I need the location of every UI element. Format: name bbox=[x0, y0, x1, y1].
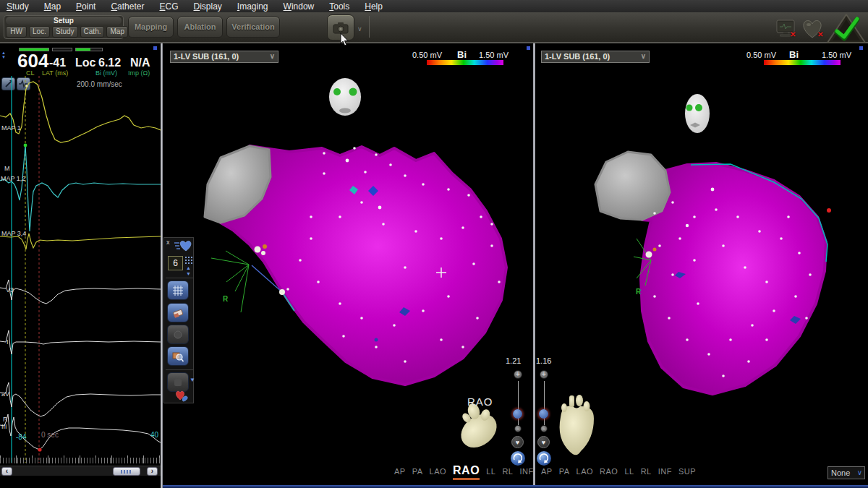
rotate-arrow-icon bbox=[537, 451, 551, 466]
visibility-selector[interactable]: None ∨ bbox=[827, 466, 865, 479]
projection-label: RAO bbox=[467, 395, 493, 408]
color-scale-bar-right[interactable] bbox=[764, 60, 841, 65]
menu-item-study[interactable]: Study bbox=[7, 1, 29, 12]
zoom-slider-track-right[interactable] bbox=[544, 381, 545, 429]
trace-label-iii: III bbox=[1, 423, 7, 430]
menu-item-tools[interactable]: Tools bbox=[329, 1, 349, 12]
menu-item-imaging[interactable]: Imaging bbox=[237, 1, 268, 12]
signal-spinner-control[interactable]: ▲▼ bbox=[1, 51, 6, 59]
camera-icon bbox=[333, 22, 349, 34]
chevron-down-icon: ∨ bbox=[857, 468, 862, 476]
orientation-button-lao[interactable]: LAO bbox=[430, 467, 447, 476]
map-3d-view-left[interactable]: R bbox=[163, 45, 533, 488]
zoom-slider-track-left[interactable] bbox=[518, 381, 519, 429]
lat-value: -41 bbox=[49, 56, 66, 69]
reset-view-button-left[interactable]: ♥ bbox=[511, 436, 524, 448]
menu-item-help[interactable]: Help bbox=[365, 1, 383, 12]
reference-label-right: R bbox=[636, 288, 642, 296]
menu-item-map[interactable]: Map bbox=[44, 1, 61, 12]
heart-projection-icon-right[interactable] bbox=[560, 395, 594, 455]
orientation-button-lao[interactable]: LAO bbox=[576, 467, 594, 476]
snapshot-dropdown-chevron-icon[interactable]: ∨ bbox=[357, 25, 362, 33]
orientation-button-ap[interactable]: AP bbox=[541, 467, 553, 476]
setup-button-study[interactable]: Study bbox=[52, 26, 78, 38]
map-tool-palette: x 6 ▲ ▼ bbox=[163, 237, 194, 403]
orientation-button-rao[interactable]: RAO bbox=[600, 467, 618, 476]
orientation-row-left: APPALAORAOLLRLINFSUP bbox=[394, 464, 558, 480]
setup-buttons: HWLoc.StudyCath.Map bbox=[6, 26, 128, 38]
heart-error-badge: ✕ bbox=[817, 30, 823, 38]
heart-projection-icon-left[interactable] bbox=[454, 402, 503, 454]
color-fill-icon[interactable] bbox=[174, 388, 189, 403]
orientation-button-inf[interactable]: INF bbox=[519, 467, 533, 476]
orientation-button-ll[interactable]: LL bbox=[486, 467, 495, 476]
reset-view-button-right[interactable]: ♥ bbox=[537, 436, 550, 448]
panel-corner-marker bbox=[153, 46, 157, 50]
scale-min-right: 0.50 mV bbox=[746, 51, 776, 59]
map-viewport-right: R 1-LV SUB (161, 0) ∨ 0.50 mV Bi 1.50 mV… bbox=[535, 45, 868, 488]
threshold-up-button[interactable]: ▲ bbox=[186, 265, 191, 270]
mode-buttons: MappingAblationVerification bbox=[128, 17, 280, 38]
rotate-view-button-right[interactable] bbox=[537, 451, 551, 466]
zoom-slider-handle-left[interactable] bbox=[513, 409, 522, 419]
orientation-button-ap[interactable]: AP bbox=[394, 467, 406, 476]
rotate-view-button-left[interactable] bbox=[511, 451, 525, 466]
scale-type-right: Bi bbox=[789, 49, 799, 60]
map-gray-region-right bbox=[595, 152, 670, 220]
menu-item-catheter[interactable]: Catheter bbox=[111, 1, 144, 12]
zoom-in-button-left[interactable]: + bbox=[514, 370, 522, 379]
orientation-button-rl[interactable]: RL bbox=[502, 467, 513, 476]
setup-button-hw[interactable]: HW bbox=[6, 26, 27, 38]
reference-label-left: R bbox=[223, 295, 229, 303]
menu-item-point[interactable]: Point bbox=[76, 1, 95, 12]
disabled-tool-button bbox=[167, 325, 189, 344]
map-selector-left[interactable]: 1-LV SUB (161, 0) ∨ bbox=[170, 51, 278, 63]
scroll-thumb[interactable] bbox=[113, 467, 140, 476]
eraser-tool-button[interactable] bbox=[167, 303, 189, 322]
setup-button-cath[interactable]: Cath. bbox=[80, 26, 105, 38]
status-icons: ✕ ✕ bbox=[773, 14, 867, 42]
menu-item-window[interactable]: Window bbox=[284, 1, 315, 12]
orientation-button-rao[interactable]: RAO bbox=[453, 464, 480, 480]
fast-anatomical-map-icon bbox=[174, 239, 192, 252]
zoom-out-button-right[interactable]: − bbox=[540, 425, 548, 432]
ecg-horizontal-scrollbar[interactable]: ‹ › bbox=[0, 466, 161, 476]
toolbar: Setup HWLoc.StudyCath.Map MappingAblatio… bbox=[0, 12, 868, 43]
fill-threshold-button[interactable] bbox=[167, 281, 189, 300]
orientation-button-pa[interactable]: PA bbox=[559, 467, 570, 476]
scroll-left-button[interactable]: ‹ bbox=[1, 467, 12, 476]
palette-close-button[interactable]: x bbox=[166, 239, 170, 246]
map-selector-right[interactable]: 1-LV SUB (161, 0) ∨ bbox=[541, 51, 650, 63]
zoom-in-button-right[interactable]: + bbox=[540, 370, 548, 379]
mode-button-ablation[interactable]: Ablation bbox=[177, 17, 223, 38]
cursor-time-left: -84 bbox=[16, 433, 26, 441]
color-scale-bar-left[interactable] bbox=[427, 60, 503, 65]
mode-button-verification[interactable]: Verification bbox=[226, 17, 280, 38]
zoom-value-right: 1.16 bbox=[536, 356, 551, 365]
inspect-tool-button[interactable] bbox=[167, 346, 189, 366]
scroll-right-button[interactable]: › bbox=[147, 467, 158, 476]
orientation-button-ll[interactable]: LL bbox=[624, 467, 634, 476]
grid-mini-icon bbox=[185, 257, 192, 264]
lat-progress-bar bbox=[52, 48, 72, 51]
zoom-slider-handle-right[interactable] bbox=[539, 409, 548, 419]
menu-item-display[interactable]: Display bbox=[193, 1, 221, 12]
setup-button-loc[interactable]: Loc. bbox=[29, 26, 50, 38]
orientation-button-sup[interactable]: SUP bbox=[678, 467, 696, 476]
threshold-down-button[interactable]: ▼ bbox=[186, 271, 191, 276]
fill-threshold-input[interactable]: 6 bbox=[168, 256, 183, 270]
orientation-button-pa[interactable]: PA bbox=[412, 467, 423, 476]
orientation-row-right: APPALAORAOLLRLINFSUP bbox=[541, 467, 696, 476]
palette-expand-chevron-icon[interactable]: ▼ bbox=[190, 377, 195, 383]
setup-button-map[interactable]: Map bbox=[106, 26, 127, 38]
system-ready-check-icon bbox=[826, 14, 867, 44]
map-3d-view-right[interactable]: R bbox=[535, 45, 868, 488]
ecg-signal-panel: ▲▼ 604 CL -41 LAT (ms) Loc 6.12 Bi (mV) … bbox=[0, 45, 161, 488]
zoom-out-button-left[interactable]: − bbox=[514, 425, 522, 432]
menu-item-ecg[interactable]: ECG bbox=[159, 1, 178, 12]
mode-button-mapping[interactable]: Mapping bbox=[128, 17, 174, 38]
chevron-down-icon: ∨ bbox=[641, 52, 646, 60]
orientation-button-rl[interactable]: RL bbox=[641, 467, 652, 476]
bi-voltage-value: 6.12 bbox=[98, 56, 121, 69]
orientation-button-inf[interactable]: INF bbox=[658, 467, 672, 476]
